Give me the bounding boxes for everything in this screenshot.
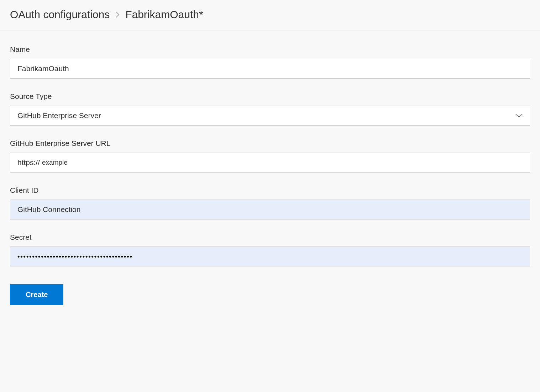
- name-input[interactable]: [10, 59, 530, 79]
- client-id-value: GitHub Connection: [17, 205, 80, 214]
- client-id-input[interactable]: GitHub Connection: [10, 200, 530, 219]
- secret-label: Secret: [10, 233, 530, 242]
- breadcrumb-current: FabrikamOauth*: [125, 9, 203, 21]
- create-button[interactable]: Create: [10, 284, 63, 305]
- secret-input[interactable]: •••••••••••••••••••••••••••••••••••••••: [10, 247, 530, 266]
- oauth-config-form: Name Source Type GitHub Enterprise Serve…: [0, 31, 540, 315]
- chevron-right-icon: [115, 10, 120, 19]
- breadcrumb-parent-link[interactable]: OAuth configurations: [10, 9, 110, 21]
- source-type-label: Source Type: [10, 92, 530, 101]
- server-url-label: GitHub Enterprise Server URL: [10, 139, 530, 148]
- secret-masked-value: •••••••••••••••••••••••••••••••••••••••: [17, 253, 133, 260]
- client-id-label: Client ID: [10, 186, 530, 195]
- url-prefix: https://: [17, 158, 40, 167]
- breadcrumb: OAuth configurations FabrikamOauth*: [0, 0, 540, 31]
- url-host: example: [42, 159, 68, 166]
- name-label: Name: [10, 45, 530, 54]
- server-url-input[interactable]: https:// example: [10, 153, 530, 173]
- source-type-select[interactable]: [10, 106, 530, 126]
